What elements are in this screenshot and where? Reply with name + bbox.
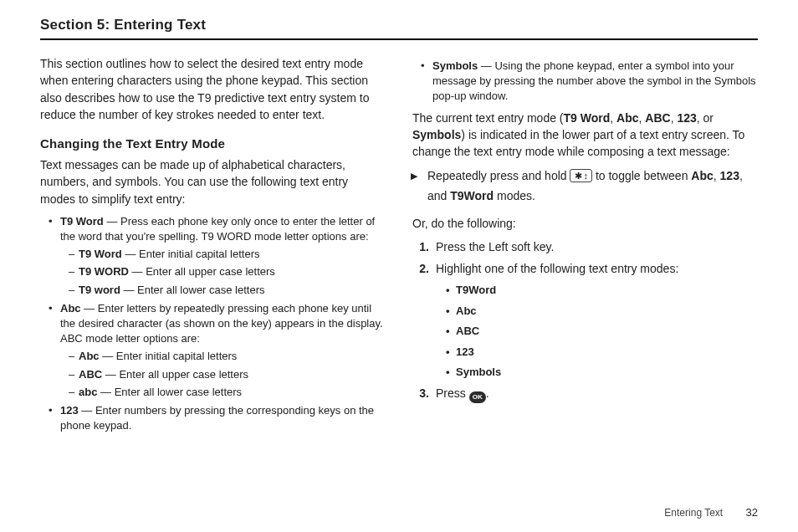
t9-opt-a-label: T9 Word: [79, 248, 122, 260]
cm-p1: The current text entry mode (: [412, 111, 564, 125]
mode-symbols: Symbols — Using the phone keypad, enter …: [424, 59, 758, 105]
subheading-changing-mode: Changing the Text Entry Mode: [40, 135, 386, 153]
t9-option-lower: T9 word — Enter all lower case letters: [70, 283, 386, 298]
left-column: This section outlines how to select the …: [40, 55, 386, 438]
abc-opt-c-label: abc: [79, 386, 97, 398]
intro-paragraph: This section outlines how to select the …: [40, 55, 386, 123]
or-line: Or, do the following:: [412, 215, 758, 232]
step-3: 3.Press OK.: [431, 385, 758, 403]
mode-symbols-desc: — Using the phone keypad, enter a symbol…: [432, 59, 756, 102]
mode-123: 123 — Enter numbers by pressing the corr…: [52, 403, 386, 433]
cm-m3: ABC: [645, 111, 670, 125]
opt-abc-upper: ABC: [449, 323, 758, 340]
mode-abc-label: Abc: [60, 302, 81, 315]
arrow-b3: T9Word: [450, 189, 494, 202]
steps-list: 1.Press the Left soft key. 2.Highlight o…: [412, 238, 758, 403]
modes-list: T9 Word — Press each phone key only once…: [40, 214, 386, 433]
section-title: Section 5: Entering Text: [40, 17, 758, 40]
step-1-num: 1.: [412, 238, 429, 256]
step-1: 1.Press the Left soft key.: [431, 238, 758, 256]
cm-c4: , or: [697, 111, 714, 125]
content-columns: This section outlines how to select the …: [40, 55, 758, 438]
step-3-t1: Press: [436, 386, 469, 400]
cm-m2: Abc: [616, 111, 638, 125]
t9-opt-c-label: T9 word: [79, 284, 120, 296]
abc-opt-b-label: ABC: [79, 368, 102, 381]
opt-symbols: Symbols: [449, 364, 758, 381]
modes-intro-paragraph: Text messages can be made up of alphabet…: [40, 156, 386, 207]
abc-options: Abc — Enter initial capital letters ABC …: [60, 349, 386, 400]
step-3-t2: .: [486, 386, 489, 400]
t9-option-upper: T9 WORD — Enter all upper case letters: [70, 264, 386, 279]
arrow-p2: to toggle between: [592, 169, 691, 182]
opt-t9word: T9Word: [449, 282, 758, 299]
cm-m4: 123: [677, 111, 696, 125]
step-1-text: Press the Left soft key.: [436, 240, 554, 253]
step-2-options: T9Word Abc ABC 123 Symbols: [436, 282, 758, 381]
step-3-num: 3.: [412, 385, 429, 402]
mode-symbols-label: Symbols: [432, 59, 478, 72]
mode-t9word-label: T9 Word: [60, 215, 104, 228]
arrow-c1: ,: [714, 169, 720, 182]
opt-abc: Abc: [449, 303, 758, 320]
arrow-p3: modes.: [494, 189, 535, 202]
abc-opt-a-label: Abc: [79, 350, 100, 362]
mode-t9word-desc: — Press each phone key only once to ente…: [60, 215, 375, 243]
t9-option-initial: T9 Word — Enter initial capital letters: [70, 247, 386, 262]
mode-abc-desc: — Enter letters by repeatedly pressing e…: [60, 302, 383, 345]
footer-label: Entering Text: [664, 507, 723, 519]
step-2-text: Highlight one of the following text entr…: [436, 262, 678, 275]
toggle-instruction: Repeatedly press and hold ✱ ↕ to toggle …: [412, 166, 758, 207]
t9-opt-a-desc: — Enter initial capital letters: [122, 248, 260, 260]
abc-option-lower: abc — Enter all lower case letters: [70, 385, 386, 400]
abc-opt-a-desc: — Enter initial capital letters: [100, 350, 238, 362]
mode-t9word: T9 Word — Press each phone key only once…: [52, 214, 386, 298]
cm-m1: T9 Word: [564, 111, 611, 125]
star-key-icon: ✱ ↕: [570, 169, 592, 182]
cm-m5: Symbols: [412, 128, 461, 141]
current-mode-paragraph: The current text entry mode (T9 Word, Ab…: [412, 110, 758, 161]
modes-list-cont: Symbols — Using the phone keypad, enter …: [412, 59, 758, 105]
right-column: Symbols — Using the phone keypad, enter …: [412, 55, 758, 438]
t9-opt-b-desc: — Enter all upper case letters: [129, 265, 275, 278]
t9-options: T9 Word — Enter initial capital letters …: [60, 247, 386, 298]
step-2-num: 2.: [412, 260, 429, 278]
mode-123-desc: — Enter numbers by pressing the correspo…: [60, 404, 374, 432]
abc-opt-c-desc: — Enter all lower case letters: [97, 386, 242, 398]
t9-opt-c-desc: — Enter all lower case letters: [120, 284, 265, 296]
cm-c1: ,: [610, 111, 616, 125]
mode-123-label: 123: [60, 404, 79, 417]
step-2: 2.Highlight one of the following text en…: [431, 260, 758, 381]
cm-p2: ) is indicated in the lower part of a te…: [412, 128, 744, 158]
arrow-b2: 123: [720, 169, 739, 182]
arrow-p1: Repeatedly press and hold: [427, 169, 570, 182]
t9-opt-b-label: T9 WORD: [79, 265, 129, 278]
abc-option-upper: ABC — Enter all upper case letters: [70, 367, 386, 382]
abc-option-initial: Abc — Enter initial capital letters: [70, 349, 386, 364]
ok-button-icon: OK: [469, 391, 486, 403]
page-number: 32: [746, 506, 758, 519]
opt-123: 123: [449, 344, 758, 361]
mode-abc: Abc — Enter letters by repeatedly pressi…: [52, 301, 386, 400]
abc-opt-b-desc: — Enter all upper case letters: [102, 368, 248, 381]
arrow-b1: Abc: [691, 169, 713, 182]
page-footer: Entering Text 32: [664, 506, 758, 519]
